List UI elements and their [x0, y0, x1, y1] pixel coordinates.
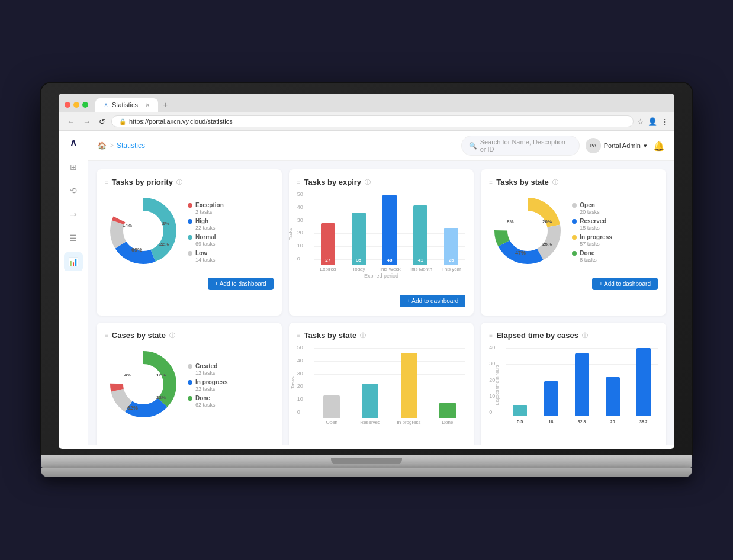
screen-bezel: ∧ Statistics ✕ + ← → ↺ 🔒 https://portal.…	[41, 83, 692, 455]
bar-this-year: 25 This year	[437, 195, 465, 272]
tab-close-btn[interactable]: ✕	[145, 102, 150, 108]
home-icon[interactable]: 🏠	[98, 141, 107, 150]
svg-text:20%: 20%	[542, 219, 552, 224]
user-name: Portal Admin	[604, 142, 641, 149]
info-icon-state-top: ⓘ	[552, 178, 558, 186]
reload-btn[interactable]: ↺	[97, 116, 108, 127]
lock-icon: 🔒	[119, 118, 126, 125]
bar-chart-elapsed: Elapsed time in hours 40 30 20 10 0	[489, 346, 658, 442]
dot-maximize[interactable]	[82, 102, 88, 108]
legend-priority: Exception 2 tasks High 22 tasks	[188, 202, 224, 263]
back-btn[interactable]: ←	[65, 116, 77, 127]
laptop-notch	[331, 458, 402, 464]
card-cases-by-state: ≡ Cases by state ⓘ	[97, 323, 282, 445]
donut-priority: 14% 2% 22% 69%	[105, 192, 182, 272]
svg-text:47%: 47%	[515, 250, 526, 256]
y-axis-label-state: Tasks	[290, 377, 295, 389]
drag-handle-elapsed: ≡	[489, 332, 493, 339]
address-bar[interactable]: 🔒 https://portal.axcn.vy.cloud/statistic…	[111, 115, 634, 127]
card-title-elapsed: Elapsed time by cases	[496, 331, 578, 340]
svg-text:22%: 22%	[156, 395, 166, 400]
bar-38-2: 38.2	[629, 348, 658, 425]
breadcrumb-current: Statistics	[117, 141, 145, 150]
drag-handle-state-bottom: ≡	[297, 332, 301, 339]
dot-close[interactable]	[65, 102, 70, 108]
add-dashboard-btn-state-top[interactable]: + Add to dashboard	[592, 278, 658, 290]
laptop-shell: ∧ Statistics ✕ + ← → ↺ 🔒 https://portal.…	[41, 83, 692, 477]
tab-title: Statistics	[112, 101, 138, 108]
svg-text:25%: 25%	[542, 242, 552, 247]
card-elapsed-time: ≡ Elapsed time by cases ⓘ Elapsed time i…	[481, 323, 666, 445]
svg-text:2%: 2%	[162, 221, 169, 226]
info-icon-cases: ⓘ	[169, 332, 175, 340]
card-tasks-by-state-top: ≡ Tasks by state ⓘ	[481, 169, 666, 316]
laptop-bottom	[41, 468, 692, 477]
bar-this-week: 48 This Week	[375, 195, 404, 272]
bookmark-icon[interactable]: ☆	[637, 117, 644, 126]
search-icon: 🔍	[469, 142, 477, 150]
breadcrumb-sep: >	[110, 141, 114, 150]
dashboard-grid: ≡ Tasks by priority ⓘ	[88, 161, 674, 445]
card-title-cases: Cases by state	[112, 331, 166, 340]
laptop-screen: ∧ Statistics ✕ + ← → ↺ 🔒 https://portal.…	[59, 94, 674, 449]
card-tasks-by-state-bottom: ≡ Tasks by state ⓘ Tasks 50	[289, 323, 474, 445]
top-bar: 🏠 > Statistics 🔍 Search for Name, Descri…	[88, 131, 674, 161]
url-text: https://portal.axcn.vy.cloud/statistics	[129, 118, 233, 125]
avatar: PA	[586, 138, 601, 153]
sidebar-item-statistics[interactable]: 📊	[64, 252, 83, 271]
info-icon-state-bottom: ⓘ	[360, 332, 366, 340]
bar-5-5: 5.5	[506, 348, 534, 425]
sidebar-item-workflow[interactable]: ⟲	[64, 181, 83, 200]
drag-handle: ≡	[105, 179, 108, 185]
breadcrumb: 🏠 > Statistics	[98, 141, 145, 150]
bar-in-progress: In progress	[391, 348, 427, 425]
profile-icon[interactable]: 👤	[648, 117, 657, 126]
forward-btn[interactable]: →	[81, 116, 93, 127]
browser-tab-active[interactable]: ∧ Statistics ✕	[95, 98, 158, 112]
bar-this-month: 41 This Month	[406, 195, 435, 272]
search-bar[interactable]: 🔍 Search for Name, Description or ID	[461, 136, 580, 156]
add-dashboard-btn-priority[interactable]: + Add to dashboard	[208, 278, 274, 290]
add-dashboard-btn-expiry[interactable]: + Add to dashboard	[400, 295, 465, 307]
svg-text:8%: 8%	[507, 219, 514, 224]
x-axis-title: Expired period	[297, 273, 466, 279]
sidebar-item-tasks[interactable]: ⇒	[64, 205, 83, 224]
svg-text:12%: 12%	[156, 372, 166, 378]
main-content: 🏠 > Statistics 🔍 Search for Name, Descri…	[88, 131, 674, 445]
sidebar-item-list[interactable]: ☰	[64, 228, 83, 247]
card-title-state-bottom: Tasks by state	[304, 331, 357, 340]
bar-expired: 27 Expired	[314, 195, 342, 272]
bar-chart-state-bottom: Tasks 50 40 30 20 10 0	[297, 346, 466, 442]
legend-cases: Created 12 tasks In progress 22 t	[188, 363, 227, 408]
sidebar-item-dashboard[interactable]: ⊞	[64, 157, 83, 176]
svg-text:4%: 4%	[124, 372, 131, 378]
legend-state-top: Open 20 tasks Reserved 15 tasks	[572, 202, 612, 263]
donut-cases: 4% 12% 22% 62%	[105, 346, 182, 425]
laptop-base	[41, 455, 692, 468]
new-tab-btn[interactable]: +	[158, 97, 172, 112]
browser-chrome: ∧ Statistics ✕ + ← → ↺ 🔒 https://portal.…	[59, 94, 674, 131]
card-tasks-by-expiry: ≡ Tasks by expiry ⓘ Tasks 50	[289, 169, 474, 316]
bar-today: 35 Today	[345, 195, 373, 272]
info-icon-expiry: ⓘ	[365, 178, 371, 186]
donut-state-top: 8% 20% 25% 47%	[489, 192, 566, 272]
info-icon-elapsed: ⓘ	[582, 332, 588, 340]
bar-32-8: 32.8	[568, 348, 596, 425]
user-chevron: ▾	[644, 142, 647, 150]
y-axis-label-expiry: Tasks	[287, 228, 292, 240]
bar-reserved: Reserved	[352, 348, 388, 425]
sidebar: ∧ ⊞ ⟲ ⇒ ☰ 📊	[59, 131, 88, 445]
bell-icon[interactable]: 🔔	[653, 140, 665, 152]
app-logo: ∧	[70, 137, 77, 148]
menu-icon[interactable]: ⋮	[661, 117, 668, 126]
info-icon-priority: ⓘ	[176, 178, 182, 186]
dot-minimize[interactable]	[73, 102, 79, 108]
svg-text:62%: 62%	[127, 405, 138, 411]
svg-text:22%: 22%	[159, 242, 169, 247]
user-info[interactable]: PA Portal Admin ▾	[586, 138, 647, 153]
search-placeholder: Search for Name, Description or ID	[480, 139, 572, 153]
bar-chart-expiry: Tasks 50 40 30 20 10 0	[297, 192, 466, 289]
app-layout: ∧ ⊞ ⟲ ⇒ ☰ 📊 🏠 > Statistics	[59, 131, 674, 445]
bar-18: 18	[536, 348, 565, 425]
svg-text:69%: 69%	[131, 247, 142, 253]
